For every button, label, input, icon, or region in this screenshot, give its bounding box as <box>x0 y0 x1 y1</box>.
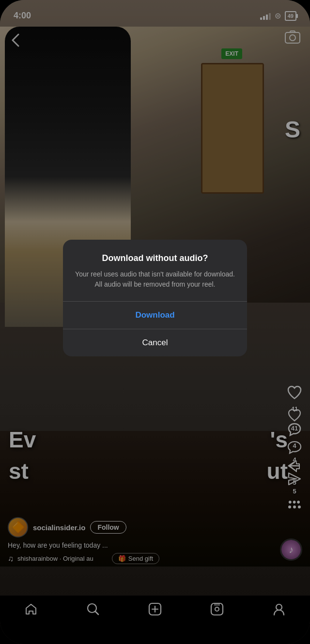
download-modal: Download without audio? Your reel uses a… <box>63 240 247 356</box>
cancel-button[interactable]: Cancel <box>63 329 247 356</box>
modal-description: Your reel uses audio that isn't availabl… <box>75 269 235 290</box>
modal-content: Download without audio? Your reel uses a… <box>63 240 247 290</box>
modal-title: Download without audio? <box>75 253 235 263</box>
modal-overlay: Download without audio? Your reel uses a… <box>0 0 310 644</box>
download-button[interactable]: Download <box>63 302 247 329</box>
phone-frame: EXIT 4:00 ⊜ 49 <box>0 0 310 644</box>
